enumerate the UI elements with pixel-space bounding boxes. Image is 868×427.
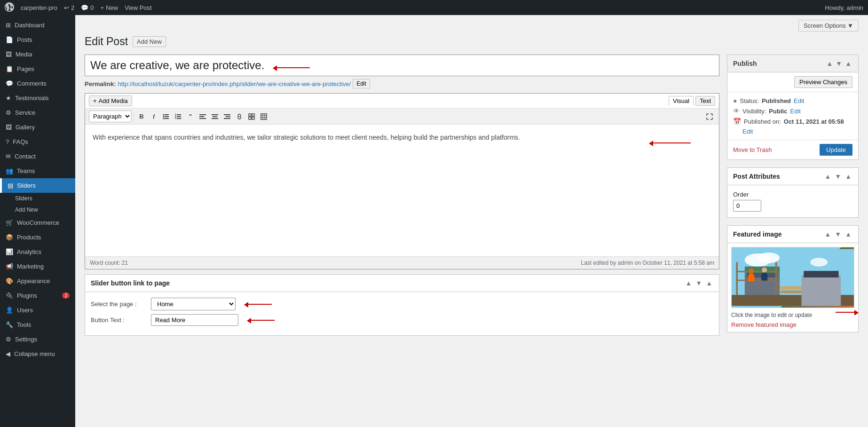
order-input[interactable]	[733, 200, 761, 212]
post-title-input[interactable]	[85, 55, 719, 76]
slider-link-meta-header[interactable]: Slider button link to page ▲ ▼ ▲	[85, 275, 719, 292]
italic-button[interactable]: I	[148, 111, 159, 122]
insert-button[interactable]	[246, 111, 257, 122]
feat-img-up[interactable]: ▲	[823, 229, 832, 239]
link-button[interactable]	[234, 112, 245, 121]
remove-featured-image-link[interactable]: Remove featured image	[731, 321, 854, 328]
add-media-button[interactable]: + Add Media	[89, 95, 132, 106]
unordered-list-button[interactable]	[160, 111, 172, 122]
sidebar-item-posts[interactable]: 📄 Posts	[0, 32, 75, 47]
sidebar-item-media[interactable]: 🖼 Media	[0, 47, 75, 62]
sidebar-item-products[interactable]: 📦 Products	[0, 230, 75, 245]
sidebar-label-comments: Comments	[17, 80, 70, 87]
svg-text:3: 3	[175, 117, 176, 119]
admin-menu: ⊞ Dashboard 📄 Posts 🖼 Media 📋 Pages 💬 Co…	[0, 15, 75, 427]
publish-collapse-up[interactable]: ▲	[825, 59, 834, 68]
sidebar-item-marketing[interactable]: 📢 Marketing	[0, 259, 75, 274]
select-page-dropdown[interactable]: Home About Services Contact	[151, 298, 236, 310]
align-center-button[interactable]	[209, 111, 221, 122]
sidebar-item-dashboard[interactable]: ⊞ Dashboard	[0, 18, 75, 32]
post-attr-down[interactable]: ▼	[834, 172, 842, 181]
last-edited: Last edited by admin on October 11, 2021…	[581, 260, 714, 266]
publish-collapse-down[interactable]: ▼	[835, 59, 843, 68]
submenu-item-add-new[interactable]: Add New	[0, 204, 75, 215]
sidebar-item-pages[interactable]: 📋 Pages	[0, 62, 75, 76]
post-attr-up[interactable]: ▲	[823, 172, 832, 181]
align-right-button[interactable]	[221, 111, 233, 122]
sidebar-item-settings[interactable]: ⚙ Settings	[0, 332, 75, 347]
arrow-line-3	[251, 320, 275, 321]
sidebar-item-analytics[interactable]: 📊 Analytics	[0, 245, 75, 259]
site-name[interactable]: carpenter-pro	[21, 4, 57, 11]
meta-box-collapse-up[interactable]: ▲	[684, 278, 693, 288]
post-attributes-controls: ▲ ▼ ▲	[823, 172, 852, 181]
text-tab[interactable]: Text	[695, 96, 715, 106]
status-row: ● Status: Published Edit	[733, 97, 852, 104]
revisions-link[interactable]: ↩ 2	[64, 4, 74, 11]
meta-box-collapse-down[interactable]: ▼	[694, 278, 703, 288]
post-attributes-header[interactable]: Post Attributes ▲ ▼ ▲	[727, 168, 858, 185]
wp-logo-icon[interactable]	[5, 2, 14, 13]
svg-rect-15	[212, 114, 218, 115]
sidebar-item-woocommerce[interactable]: 🛒 WooCommerce	[0, 215, 75, 230]
slider-link-title: Slider button link to page	[91, 279, 170, 287]
move-to-trash-link[interactable]: Move to Trash	[733, 146, 772, 153]
sidebar-item-contact[interactable]: ✉ Contact	[0, 149, 75, 164]
editor-box: + Add Media Visual Text Paragraph	[85, 93, 719, 269]
sidebar-item-service[interactable]: ⚙ Service	[0, 105, 75, 120]
sidebar-item-tools[interactable]: 🔧 Tools	[0, 317, 75, 332]
feat-img-toggle[interactable]: ▲	[844, 229, 852, 239]
permalink-link[interactable]: http://localhost/luzuk/carpenter-pro/ind…	[118, 80, 351, 87]
sidebar-item-sliders[interactable]: ▤ Sliders	[0, 178, 75, 193]
editor-content-area[interactable]: With experience that spans countries and…	[85, 125, 719, 256]
expand-editor-button[interactable]	[704, 111, 715, 122]
feat-img-down[interactable]: ▼	[834, 229, 842, 239]
new-item-link[interactable]: + New	[101, 4, 118, 11]
ordered-list-button[interactable]: 123	[173, 111, 184, 122]
update-button[interactable]: Update	[820, 144, 852, 156]
faqs-icon: ?	[6, 138, 9, 145]
arrow-indicator-3	[247, 316, 275, 324]
sidebar-item-teams[interactable]: 👥 Teams	[0, 164, 75, 178]
svg-rect-39	[736, 271, 777, 272]
order-label: Order	[733, 191, 749, 198]
meta-box-toggle[interactable]: ▲	[705, 278, 713, 288]
bold-button[interactable]: B	[136, 111, 147, 122]
comments-link[interactable]: 💬 0	[81, 4, 94, 11]
table-button[interactable]	[258, 111, 269, 122]
published-edit-link[interactable]: Edit	[742, 128, 753, 135]
published-label: Published on:	[744, 118, 781, 125]
publish-toggle[interactable]: ▲	[844, 59, 852, 68]
paragraph-select[interactable]: Paragraph	[89, 111, 132, 122]
post-attr-toggle[interactable]: ▲	[844, 172, 852, 181]
sidebar-item-gallery[interactable]: 🖼 Gallery	[0, 120, 75, 134]
sidebar-item-users[interactable]: 👤 Users	[0, 303, 75, 317]
sidebar-item-testimonials[interactable]: ★ Testimonials	[0, 91, 75, 105]
blockquote-button[interactable]: "	[185, 111, 196, 122]
sidebar-item-comments[interactable]: 💬 Comments	[0, 76, 75, 91]
publish-preview-area: Preview Changes	[727, 72, 858, 92]
sidebar-item-plugins[interactable]: 🔌 Plugins 2	[0, 288, 75, 303]
preview-changes-button[interactable]: Preview Changes	[794, 76, 852, 88]
view-post-link[interactable]: View Post	[125, 4, 152, 11]
sidebar-item-appearance[interactable]: 🎨 Appearance	[0, 274, 75, 288]
plugins-badge: 2	[62, 293, 70, 299]
sidebar-item-faqs[interactable]: ? FAQs	[0, 134, 75, 149]
screen-options-button[interactable]: Screen Options ▼	[798, 20, 859, 32]
add-new-button[interactable]: Add New	[133, 36, 166, 47]
permalink-edit-button[interactable]: Edit	[353, 79, 370, 88]
svg-rect-17	[212, 118, 218, 119]
submenu-item-sliders[interactable]: Sliders	[0, 193, 75, 204]
align-left-button[interactable]	[197, 111, 208, 122]
post-attributes-box: Post Attributes ▲ ▼ ▲ Order	[727, 167, 859, 218]
featured-image-preview[interactable]	[731, 247, 854, 308]
featured-image-header[interactable]: Featured image ▲ ▼ ▲	[727, 226, 858, 243]
button-text-input[interactable]	[151, 314, 238, 326]
visual-tab[interactable]: Visual	[669, 96, 694, 106]
collapse-menu-button[interactable]: ◀ Collapse menu	[0, 347, 75, 361]
visibility-edit-link[interactable]: Edit	[790, 108, 800, 115]
arrow-indicator-2	[244, 300, 272, 308]
sidebar-label-users: Users	[17, 307, 70, 314]
status-edit-link[interactable]: Edit	[794, 97, 804, 104]
contact-icon: ✉	[6, 153, 11, 160]
